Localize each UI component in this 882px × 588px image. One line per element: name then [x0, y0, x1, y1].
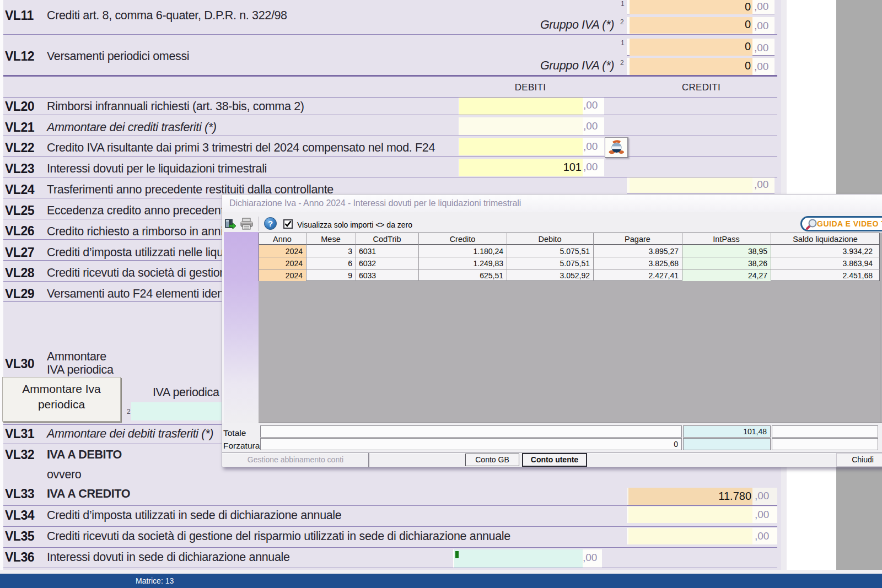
svg-text:?: ?: [268, 219, 273, 228]
